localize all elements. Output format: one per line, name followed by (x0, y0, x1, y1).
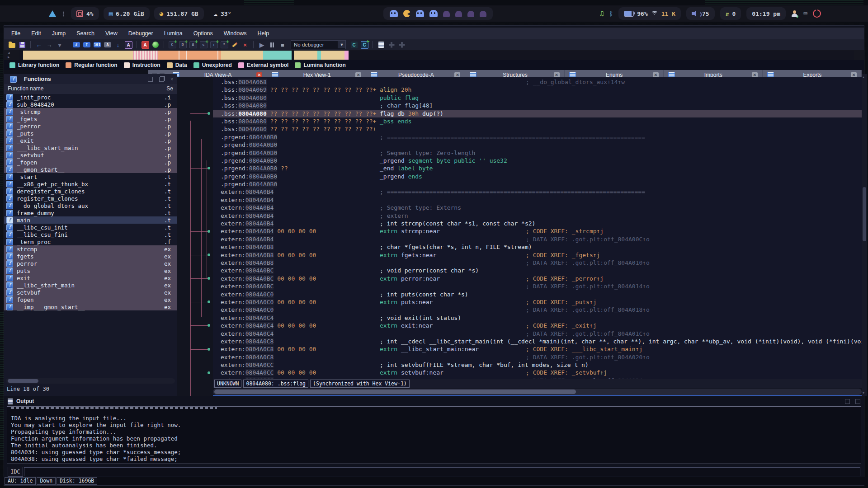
asm-line[interactable]: extern:0804A0BC; void perror(const char … (213, 267, 862, 274)
close-icon[interactable] (855, 399, 860, 404)
function-row[interactable]: f_start.t (4, 173, 177, 180)
bluetooth-icon[interactable]: ᛒ (609, 10, 613, 17)
function-row[interactable]: f__do_global_dtors_aux.t (4, 202, 177, 209)
navigator-arrows-icon[interactable]: ◂▸ (8, 51, 10, 59)
menu-debugger[interactable]: Debugger (124, 28, 158, 38)
disassembly-listing[interactable]: .bss:0804A068; __do_global_dtors_aux+14↑… (213, 77, 862, 379)
script-icon[interactable] (377, 41, 385, 49)
idc-label[interactable]: IDC (8, 467, 23, 477)
debug-start-icon[interactable]: ▶ (258, 41, 266, 49)
search-number-icon[interactable]: # (72, 41, 80, 49)
function-row[interactable]: f___libc_start_main.p (4, 144, 177, 151)
function-row[interactable]: f_term_proc.f (4, 238, 177, 245)
lumina-ball-icon[interactable] (151, 41, 160, 49)
asm-line[interactable]: extern:0804A0CC 00 00 00 00extrn setvbuf… (213, 369, 862, 376)
clock-module[interactable]: 01:19 pm (746, 7, 786, 20)
asm-line[interactable]: extern:0804A0B4; =======================… (213, 188, 862, 196)
scroll-up-icon[interactable]: ▴ (863, 75, 864, 79)
make-code-icon[interactable]: C (168, 41, 176, 49)
function-row[interactable]: fderegister_tm_clones.t (4, 188, 177, 195)
debug-stop-icon[interactable]: ■ (278, 41, 287, 49)
menu-lumina[interactable]: Lumina (160, 28, 187, 38)
forward-icon[interactable]: → (45, 41, 53, 49)
function-row[interactable]: ffopenex (4, 296, 177, 303)
search-gray-icon[interactable]: A (104, 41, 112, 49)
make-array-icon[interactable]: + (210, 41, 218, 49)
asm-line[interactable]: .bss:0804A080; char flag[48] (213, 102, 862, 109)
menu-windows[interactable]: Windows (219, 28, 251, 38)
edit-icon[interactable] (231, 41, 239, 49)
function-row[interactable]: f__libc_csu_init.t (4, 224, 177, 231)
asm-line[interactable]: extern:0804A0B8 00 00 00 00extrn fgets:n… (213, 251, 862, 259)
asm-line[interactable]: extern:0804A0B8; DATA XREF: .got.plt:off… (213, 259, 862, 267)
function-row[interactable]: f_fopen.p (4, 159, 177, 166)
queue-module[interactable]: ⇵ 0 (720, 7, 741, 20)
asm-line[interactable]: .prgend:0804A0B0_prgend ends (213, 173, 862, 180)
asm-line[interactable]: extern:0804A0C8; int __cdecl __libc_star… (213, 338, 862, 345)
function-row[interactable]: fperrorex (4, 260, 177, 267)
function-row[interactable]: fframe_dummy.t (4, 209, 177, 216)
menu-edit[interactable]: Edit (27, 28, 46, 38)
search-binary-icon[interactable]: 101 (93, 41, 101, 49)
function-row[interactable]: f__x86_get_pc_thunk_bx.t (4, 180, 177, 188)
workspace-1-icon[interactable] (390, 10, 398, 17)
asm-line[interactable]: .bss:0804A080public flag (213, 94, 862, 102)
function-row[interactable]: f_strcmp.p (4, 108, 177, 115)
asm-line[interactable]: extern:0804A0C4 00 00 00 00extrn exit:ne… (213, 322, 862, 329)
listing-vscrollbar[interactable]: ▴ ▾ (862, 74, 867, 396)
asm-line[interactable]: .bss:0804A069 ?? ?? ?? ?? ?? ?? ?? ?? ??… (213, 86, 862, 94)
float-icon[interactable] (159, 77, 164, 82)
function-row[interactable]: fputsex (4, 267, 177, 274)
asm-line[interactable]: extern:0804A0CC; int setvbuf(FILE *strea… (213, 361, 862, 369)
function-row[interactable]: f_init_proc.i (4, 94, 177, 101)
asm-line[interactable]: .bss:0804A068; __do_global_dtors_aux+14↑… (213, 78, 862, 86)
arch-logo-icon[interactable] (49, 10, 56, 17)
compile-icon[interactable]: C (360, 41, 368, 49)
plugin-icon[interactable] (387, 41, 396, 49)
asm-line[interactable]: extern:0804A0B4; DATA XREF: .got.plt:off… (213, 235, 862, 243)
function-row[interactable]: f__libc_csu_fini.t (4, 231, 177, 238)
forward-menu-icon[interactable]: ▾ (56, 41, 64, 49)
rename-icon[interactable]: A (124, 41, 132, 49)
scroll-thumb[interactable] (863, 187, 866, 241)
asm-line[interactable]: extern:0804A0C0 00 00 00 00extrn puts:ne… (213, 298, 862, 306)
asm-line[interactable]: extern:0804A0B4; Segment type: Externs (213, 204, 862, 211)
menu-options[interactable]: Options (189, 28, 217, 38)
keyboard-icon[interactable]: ⌨ (803, 9, 807, 18)
asm-line[interactable]: extern:0804A0BC; DATA XREF: .got.plt:off… (213, 282, 862, 290)
workspace-5-icon[interactable] (443, 11, 450, 17)
volume-module[interactable]: 75 (686, 7, 715, 20)
debug-pause-icon[interactable] (268, 41, 276, 49)
workspace-3-icon[interactable] (416, 10, 424, 17)
asm-line[interactable]: extern:0804A0C4; DATA XREF: .got.plt:off… (213, 330, 862, 338)
undefine-icon[interactable]: × (241, 41, 249, 49)
listing-hscrollbar[interactable] (213, 389, 862, 395)
scroll-thumb[interactable] (214, 389, 576, 394)
function-row[interactable]: f__gmon_start__.p (4, 166, 177, 173)
asm-line[interactable]: extern:0804A0C8; DATA XREF: .got.plt:off… (213, 353, 862, 361)
function-row[interactable]: ffgetsex (4, 253, 177, 260)
navigation-band[interactable] (19, 51, 854, 60)
asm-line[interactable]: extern:0804A0C0; DATA XREF: .got.plt:off… (213, 306, 862, 314)
asm-line[interactable]: extern:0804A0B8; char *fgets(char *s, in… (213, 243, 862, 251)
function-row[interactable]: fregister_tm_clones.t (4, 195, 177, 202)
function-row[interactable]: f_perror.p (4, 122, 177, 130)
asm-line[interactable]: .prgend:0804A0B0 ??_end label byte (213, 164, 862, 172)
menu-file[interactable]: File (7, 28, 25, 38)
jump-down-icon[interactable]: ↓ (114, 41, 122, 49)
asm-line[interactable]: .bss:0804A080 ?? ?? ?? ?? ?? ?? ?? ?? ??… (213, 117, 862, 125)
functions-header[interactable]: Function name Se (4, 84, 177, 94)
make-data-icon[interactable]: D (179, 41, 187, 49)
workspace-8-icon[interactable] (480, 11, 486, 17)
workspace-4-icon[interactable] (429, 10, 438, 17)
function-row[interactable]: f_exit.p (4, 137, 177, 144)
problem-icon[interactable]: A (141, 41, 149, 49)
workspace-2-icon[interactable] (403, 10, 410, 17)
function-row[interactable]: fsub_8048420.p (4, 101, 177, 108)
function-row[interactable]: fsetvbufex (4, 289, 177, 296)
function-row[interactable]: f__libc_start_mainex (4, 282, 177, 289)
asm-line[interactable]: .bss:0804A080 ?? ?? ?? ?? ?? ?? ?? ?? ??… (213, 110, 862, 117)
asm-line[interactable]: extern:0804A0B4 00 00 00 00extrn strcmp:… (213, 227, 862, 235)
menu-jump[interactable]: Jump (47, 28, 71, 38)
make-name-icon[interactable]: A (189, 41, 197, 49)
